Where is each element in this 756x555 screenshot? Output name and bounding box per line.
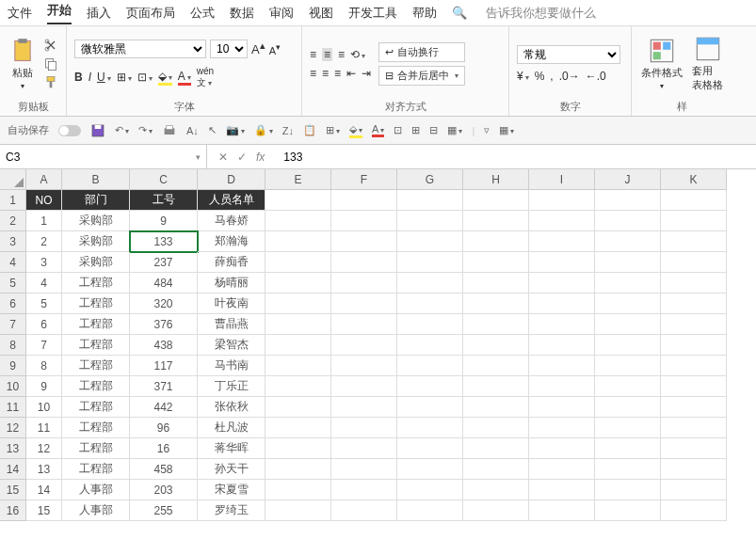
cell[interactable] [595,314,661,335]
cell[interactable] [529,211,595,231]
cell[interactable]: 458 [130,459,198,480]
camera-icon[interactable]: 📷 [226,124,245,136]
sort2-icon[interactable]: Z↓ [282,125,294,136]
lock-icon[interactable]: 🔒 [254,124,273,136]
cell[interactable]: 工程部 [62,397,130,418]
cell[interactable]: 11 [26,418,62,438]
column-header[interactable]: K [661,169,727,190]
cell[interactable] [661,376,727,397]
cell[interactable] [265,314,331,335]
cell[interactable]: 人事部 [62,480,130,500]
cell[interactable]: 8 [26,356,62,376]
cell[interactable] [661,438,727,459]
cell[interactable] [265,252,331,273]
cell[interactable] [661,314,727,335]
cell[interactable]: 15 [26,500,62,521]
cell[interactable]: 3 [26,252,62,273]
cell[interactable]: 6 [26,314,62,335]
cell[interactable] [463,252,529,273]
cell[interactable] [265,397,331,418]
cell[interactable]: 442 [130,397,198,418]
column-header[interactable]: I [529,169,595,190]
decrease-decimal-icon[interactable]: ←.0 [586,70,606,83]
cell[interactable] [397,293,463,314]
cell[interactable] [265,356,331,376]
cell[interactable]: 133 [130,231,198,252]
cell[interactable] [463,231,529,252]
row-header[interactable]: 11 [0,397,26,418]
cell[interactable] [463,459,529,480]
cell[interactable] [265,273,331,293]
indent-right-icon[interactable]: ⇥ [362,67,371,80]
cell[interactable]: 采购部 [62,252,130,273]
cell[interactable] [529,293,595,314]
menu-data[interactable]: 数据 [230,5,254,22]
cell[interactable]: 237 [130,252,198,273]
cell[interactable] [397,231,463,252]
cell[interactable]: 工号 [130,190,198,211]
cell[interactable] [463,293,529,314]
cell[interactable]: 工程部 [62,356,130,376]
cell[interactable] [331,293,397,314]
cell[interactable] [661,459,727,480]
column-header[interactable]: E [265,169,331,190]
row-header[interactable]: 3 [0,231,26,252]
cell[interactable] [397,376,463,397]
cell[interactable] [529,231,595,252]
cell[interactable] [529,480,595,500]
cell[interactable] [463,190,529,211]
decrease-font-icon[interactable]: A▾ [269,41,281,56]
row-header[interactable]: 10 [0,376,26,397]
cell[interactable]: 9 [26,376,62,397]
cell[interactable] [397,211,463,231]
fx-icon[interactable]: fx [256,151,265,164]
cell[interactable]: 薛痴香 [198,252,265,273]
cell[interactable] [463,480,529,500]
cell[interactable] [595,190,661,211]
cell[interactable]: 工程部 [62,459,130,480]
cell[interactable] [463,314,529,335]
cell[interactable]: 工程部 [62,314,130,335]
cell[interactable]: 工程部 [62,418,130,438]
cond-format-button[interactable]: 条件格式 ▾ [639,36,684,92]
column-header[interactable]: F [331,169,397,190]
group-icon[interactable]: ⊞ [411,124,420,136]
formula-input[interactable] [276,151,756,164]
select-all-corner[interactable] [0,169,26,190]
search-icon[interactable]: 🔍 [452,6,467,20]
cell[interactable]: 采购部 [62,231,130,252]
font-color-button[interactable]: A [178,70,191,86]
cell[interactable]: 484 [130,273,198,293]
cell[interactable]: 马春娇 [198,211,265,231]
row-header[interactable]: 9 [0,356,26,376]
row-header[interactable]: 6 [0,293,26,314]
cell[interactable]: 人员名单 [198,190,265,211]
cell[interactable] [529,376,595,397]
cell[interactable]: 工程部 [62,293,130,314]
cell[interactable]: 96 [130,418,198,438]
cell[interactable] [265,500,331,521]
row-header[interactable]: 4 [0,252,26,273]
cell[interactable] [397,418,463,438]
cell[interactable]: 12 [26,438,62,459]
cell[interactable] [529,273,595,293]
cell[interactable] [595,211,661,231]
phonetic-button[interactable]: wén文 [197,66,214,89]
cell[interactable] [397,438,463,459]
cell[interactable] [265,459,331,480]
cell[interactable] [265,335,331,356]
filter-icon[interactable]: ▿ [484,124,490,136]
cell[interactable] [595,480,661,500]
cell[interactable]: 203 [130,480,198,500]
indent-left-icon[interactable]: ⇤ [346,67,356,80]
cell[interactable] [397,335,463,356]
cell[interactable] [529,190,595,211]
column-header[interactable]: J [595,169,661,190]
fill-qat-icon[interactable]: ⬙ [349,123,362,138]
cell[interactable]: 杜凡波 [198,418,265,438]
menu-file[interactable]: 文件 [8,5,32,22]
tell-me[interactable]: 告诉我你想要做什么 [486,5,596,22]
cell[interactable]: 丁乐正 [198,376,265,397]
cell[interactable] [661,480,727,500]
border-button[interactable]: ⊞ [117,71,132,84]
